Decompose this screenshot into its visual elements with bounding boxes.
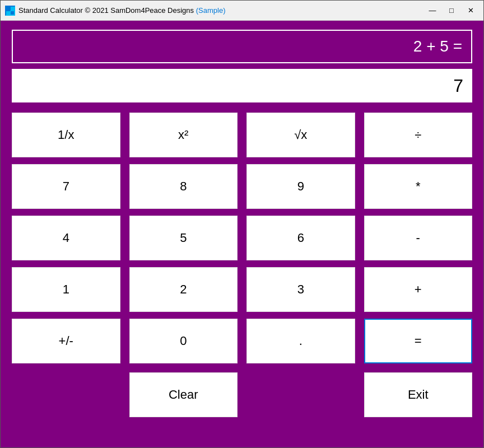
title-bar: Standard Calculator © 2021 SamDom4Peace …	[1, 1, 483, 21]
close-button[interactable]: ✕	[462, 4, 479, 17]
seven-button[interactable]: 7	[12, 164, 120, 209]
buttons-area: 1/x x² √x ÷ 7 8 9 * 4 5 6 - 1	[12, 113, 472, 438]
row-456: 4 5 6 -	[12, 216, 472, 260]
expression-text: 2 + 5 =	[413, 38, 462, 55]
sqrt-button[interactable]: √x	[246, 113, 355, 157]
nine-button[interactable]: 9	[246, 164, 355, 209]
app-icon	[5, 6, 15, 16]
result-text: 7	[453, 76, 463, 96]
negate-button[interactable]: +/-	[12, 319, 120, 363]
subtract-button[interactable]: -	[364, 216, 473, 260]
bottom-spacer-1	[12, 372, 120, 417]
eight-button[interactable]: 8	[129, 164, 238, 209]
expression-display: 2 + 5 =	[12, 30, 472, 63]
svg-rect-3	[11, 11, 14, 15]
three-button[interactable]: 3	[246, 267, 355, 312]
exit-button[interactable]: Exit	[364, 372, 473, 417]
four-button[interactable]: 4	[12, 216, 120, 260]
six-button[interactable]: 6	[246, 216, 355, 260]
svg-rect-2	[6, 11, 10, 15]
add-button[interactable]: +	[364, 267, 473, 312]
bottom-spacer-2	[246, 372, 355, 417]
function-row: 1/x x² √x ÷	[12, 113, 472, 157]
calculator-window: Standard Calculator © 2021 SamDom4Peace …	[0, 0, 484, 448]
window-title: Standard Calculator © 2021 SamDom4Peace …	[18, 6, 225, 15]
bottom-row: Clear Exit	[12, 372, 472, 417]
title-bar-left: Standard Calculator © 2021 SamDom4Peace …	[5, 6, 225, 16]
svg-rect-0	[6, 7, 10, 10]
title-bar-controls: — □ ✕	[424, 4, 479, 17]
divide-button[interactable]: ÷	[364, 113, 473, 157]
clear-button[interactable]: Clear	[129, 372, 238, 417]
result-display: 7	[12, 69, 472, 102]
decimal-button[interactable]: .	[246, 319, 355, 363]
equals-button[interactable]: =	[364, 319, 473, 363]
multiply-button[interactable]: *	[364, 164, 473, 209]
two-button[interactable]: 2	[129, 267, 238, 312]
square-button[interactable]: x²	[129, 113, 238, 157]
maximize-button[interactable]: □	[443, 4, 460, 17]
svg-rect-1	[11, 7, 14, 10]
row-negate-zero: +/- 0 . =	[12, 319, 472, 363]
zero-button[interactable]: 0	[129, 319, 238, 363]
row-789: 7 8 9 *	[12, 164, 472, 209]
one-button[interactable]: 1	[12, 267, 120, 312]
five-button[interactable]: 5	[129, 216, 238, 260]
minimize-button[interactable]: —	[424, 4, 441, 17]
calc-body: 2 + 5 = 7 1/x x² √x ÷ 7 8 9 * 4	[1, 21, 483, 447]
reciprocal-button[interactable]: 1/x	[12, 113, 120, 157]
row-123: 1 2 3 +	[12, 267, 472, 312]
